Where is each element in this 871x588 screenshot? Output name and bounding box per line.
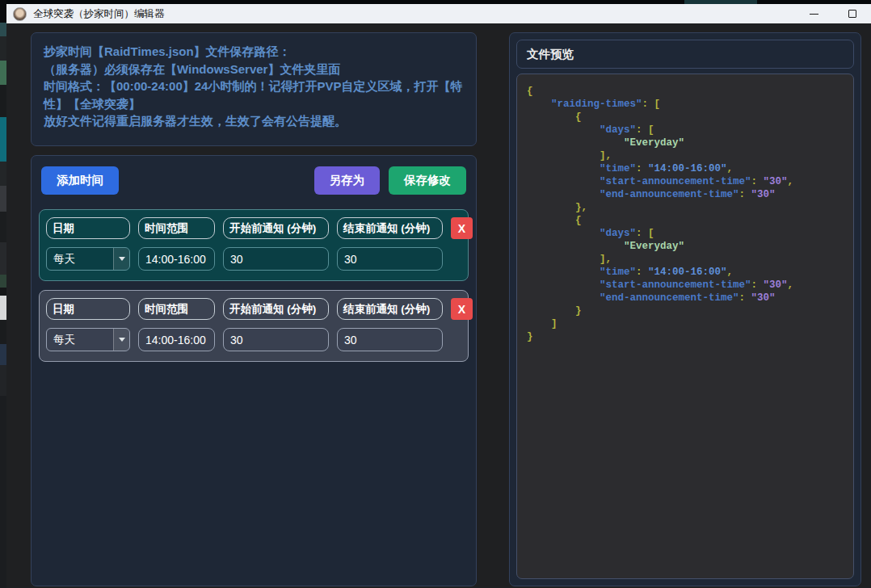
app-icon [13,7,27,21]
time-row-1-fields: 每天 [46,247,461,271]
time-row-2: 日期 时间范围 开始前通知 (分钟) 结束前通知 (分钟) X 每天 [39,290,469,362]
background-app-sliver [0,0,6,588]
save-as-button[interactable]: 另存为 [314,166,381,195]
json-line: { [527,111,844,124]
json-line: "time": "14:00-16:00", [527,266,844,279]
time-row-1: 日期 时间范围 开始前通知 (分钟) 结束前通知 (分钟) X 每天 [39,209,469,281]
json-line: "start-announcement-time": "30", [527,279,844,292]
preview-code: { "raiding-times": [ { "days": [ "Everyd… [516,74,854,579]
day-select-value: 每天 [47,248,113,270]
save-changes-button[interactable]: 保存修改 [389,166,466,195]
info-box: 抄家时间【RaidTimes.json】文件保存路径：（服务器）必须保存在【Wi… [31,32,477,146]
day-select-value: 每天 [47,329,113,351]
start-notice-input[interactable] [223,247,329,271]
titlebar: 全球突袭（抄家时间）编辑器 [6,4,871,23]
time-row-2-fields: 每天 [46,328,461,351]
time-range-input[interactable] [138,328,215,351]
json-line: "Everyday" [527,240,844,253]
json-line: "days": [ [527,124,844,136]
editor-panel: 添加时间 另存为 保存修改 日期 时间范围 开始前通知 (分钟) 结束前通知 (… [31,155,477,586]
chevron-down-icon [113,329,129,351]
json-line: "raiding-times": [ [527,98,844,111]
chevron-down-icon [113,248,129,270]
json-line: { [527,85,844,98]
json-line: } [527,330,844,343]
window-controls [795,4,871,23]
time-row-2-headers: 日期 时间范围 开始前通知 (分钟) 结束前通知 (分钟) X [46,298,461,320]
json-line: ], [527,253,844,266]
date-header-label: 日期 [46,217,130,239]
maximize-button[interactable] [833,4,871,23]
start-notice-header-label: 开始前通知 (分钟) [223,217,329,239]
window-title: 全球突袭（抄家时间）编辑器 [33,7,165,21]
end-notice-input[interactable] [337,328,443,351]
info-line: （服务器）必须保存在【WindowsServer】文件夹里面 [44,61,464,78]
time-range-header-label: 时间范围 [138,298,215,320]
day-select[interactable]: 每天 [46,328,130,351]
info-line: 抄家时间【RaidTimes.json】文件保存路径： [44,43,464,61]
add-time-button[interactable]: 添加时间 [41,166,119,195]
maximize-icon [848,10,856,18]
json-line: ] [527,317,844,330]
start-notice-header-label: 开始前通知 (分钟) [223,298,329,320]
json-line: "days": [ [527,227,844,240]
json-line: "Everyday" [527,136,844,149]
json-line: "time": "14:00-16:00", [527,162,844,175]
minimize-button[interactable] [795,4,833,23]
json-line: "end-announcement-time": "30" [527,188,844,201]
json-line: ], [527,149,844,162]
info-line: 放好文件记得重启服务器才生效，生效了会有公告提醒。 [44,112,464,130]
info-line: 时间格式：【00:00-24:00】24小时制的！记得打开PVP自定义区域，打开… [44,78,464,112]
date-header-label: 日期 [46,298,130,320]
file-preview-title: 文件预览 [516,40,854,69]
start-notice-input[interactable] [223,328,329,351]
toolbar: 添加时间 另存为 保存修改 [32,156,476,195]
screen: 全球突袭（抄家时间）编辑器 抄家时间【RaidTimes.json】文件保存路径… [0,0,871,588]
end-notice-header-label: 结束前通知 (分钟) [337,217,443,239]
time-range-header-label: 时间范围 [138,217,215,239]
json-line: { [527,214,844,227]
json-line: }, [527,201,844,214]
editor-window: 全球突袭（抄家时间）编辑器 抄家时间【RaidTimes.json】文件保存路径… [6,4,871,588]
end-notice-input[interactable] [337,247,443,271]
day-select[interactable]: 每天 [46,247,130,271]
delete-row-button[interactable]: X [451,217,473,239]
file-preview-panel: 文件预览 { "raiding-times": [ { "days": [ "E… [509,32,861,586]
end-notice-header-label: 结束前通知 (分钟) [337,298,443,320]
minimize-icon [810,14,818,15]
time-row-1-headers: 日期 时间范围 开始前通知 (分钟) 结束前通知 (分钟) X [46,217,461,239]
json-line: } [527,304,844,317]
json-line: "end-announcement-time": "30" [527,292,844,304]
delete-row-button[interactable]: X [451,298,473,320]
json-line: "start-announcement-time": "30", [527,175,844,188]
time-range-input[interactable] [138,247,215,271]
